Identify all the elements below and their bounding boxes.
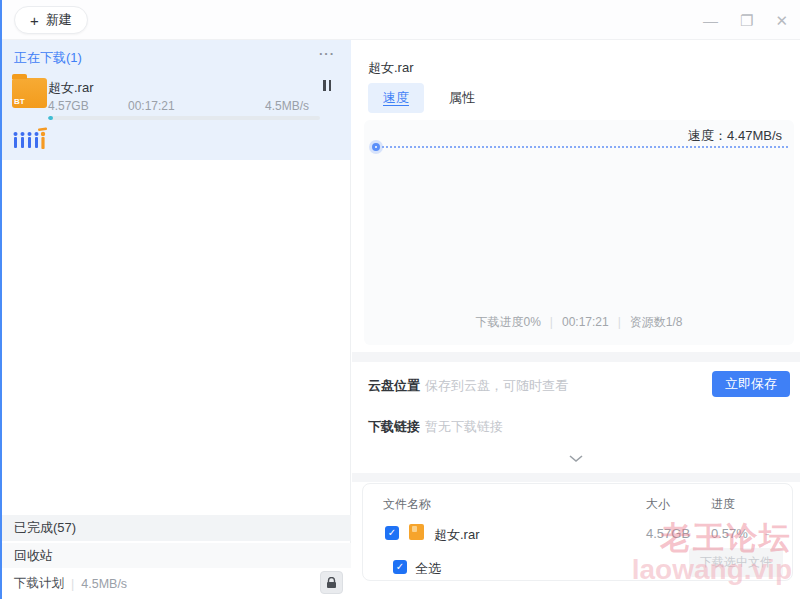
speed-graph-marker: [372, 143, 380, 151]
file-list-card: 文件名称 大小 进度 ✓ 超女.rar 4.57GB 0.57% - ✓ 全选 …: [362, 483, 793, 581]
select-all-label[interactable]: 全选: [415, 560, 441, 578]
expand-collapse-control[interactable]: [352, 449, 800, 467]
file-extra-cell: -: [765, 526, 769, 541]
lock-button[interactable]: [320, 571, 343, 594]
plus-icon: +: [30, 13, 39, 28]
sidebar-item-completed[interactable]: 已完成(57): [0, 515, 351, 541]
plan-label: 下载计划: [14, 575, 64, 592]
cloud-location-label: 云盘位置: [368, 377, 420, 395]
stat-progress: 下载进度0%: [476, 315, 541, 329]
completed-label: 已完成(57): [14, 519, 76, 537]
download-progress-bar: [48, 116, 320, 120]
peers-people-icon: [13, 127, 47, 153]
sidebar: 正在下载(1) ··· BT 超女.rar 4.57GB 00:17:21 4.…: [0, 40, 351, 599]
more-options-icon[interactable]: ···: [319, 46, 335, 61]
plan-divider: |: [71, 577, 74, 591]
select-all-checkbox[interactable]: ✓: [393, 560, 407, 574]
save-now-button[interactable]: 立即保存: [712, 371, 790, 397]
top-bar: + 新建 — ❐ ✕: [0, 0, 800, 40]
tab-speed[interactable]: 速度: [368, 83, 424, 113]
downloading-section[interactable]: 正在下载(1) ··· BT 超女.rar 4.57GB 00:17:21 4.…: [0, 40, 351, 160]
section-divider: [352, 473, 800, 482]
file-icon: [409, 524, 424, 540]
download-manager-window: + 新建 — ❐ ✕ 正在下载(1) ··· BT 超女.rar 4.57GB …: [0, 0, 800, 599]
new-task-label: 新建: [46, 11, 72, 29]
download-item-time: 00:17:21: [128, 99, 175, 113]
speed-chart-panel: 速度：4.47MB/s 下载进度0%|00:17:21|资源数1/8: [364, 120, 794, 345]
lock-icon: [326, 577, 337, 589]
sidebar-item-downloading[interactable]: 正在下载(1): [14, 49, 82, 67]
pause-icon[interactable]: [323, 80, 331, 91]
speed-label: 速度：: [688, 128, 727, 143]
cloud-location-placeholder: 保存到云盘，可随时查看: [425, 377, 568, 395]
stat-resources: 资源数1/8: [630, 315, 683, 329]
download-selected-button[interactable]: 下载选中文件: [689, 548, 783, 577]
download-item-size: 4.57GB: [48, 99, 89, 113]
chevron-down-icon: [568, 454, 584, 463]
column-header-progress: 进度: [711, 496, 735, 513]
bt-badge: BT: [14, 97, 25, 106]
maximize-icon[interactable]: ❐: [740, 13, 753, 28]
download-link-placeholder: 暂无下载链接: [425, 418, 503, 436]
file-size-cell: 4.57GB: [646, 526, 690, 541]
detail-title: 超女.rar: [368, 59, 414, 77]
bt-folder-icon: BT: [12, 78, 47, 108]
file-row-checkbox[interactable]: ✓: [385, 526, 399, 540]
minimize-icon[interactable]: —: [703, 13, 718, 28]
column-header-filename: 文件名称: [383, 496, 431, 513]
file-name-cell[interactable]: 超女.rar: [434, 526, 480, 544]
recycle-label: 回收站: [14, 547, 53, 565]
download-stats: 下载进度0%|00:17:21|资源数1/8: [364, 314, 794, 331]
stat-time: 00:17:21: [562, 315, 609, 329]
speed-graph-line: [372, 143, 788, 151]
download-item-name[interactable]: 超女.rar: [48, 79, 94, 97]
speed-graph-dotted-line: [382, 146, 788, 148]
tab-properties[interactable]: 属性: [434, 83, 490, 113]
speed-value: 4.47MB/s: [727, 128, 782, 143]
sidebar-item-recycle-bin[interactable]: 回收站: [0, 543, 351, 568]
download-plan-bar[interactable]: 下载计划 | 4.5MB/s: [0, 568, 351, 599]
column-header-size: 大小: [646, 496, 670, 513]
detail-panel: 超女.rar 速度 属性 速度：4.47MB/s 下载进度0%|00:17:21…: [352, 40, 800, 599]
plan-speed: 4.5MB/s: [81, 577, 127, 591]
download-item-speed: 4.5MB/s: [265, 99, 309, 113]
new-task-button[interactable]: + 新建: [14, 6, 88, 34]
download-link-label: 下载链接: [368, 418, 420, 436]
file-progress-cell: 0.57%: [711, 526, 748, 541]
window-left-accent: [0, 0, 2, 599]
detail-tabs: 速度 属性: [368, 83, 490, 113]
close-icon[interactable]: ✕: [775, 13, 788, 28]
section-divider: [352, 352, 800, 362]
window-controls: — ❐ ✕: [703, 0, 788, 40]
